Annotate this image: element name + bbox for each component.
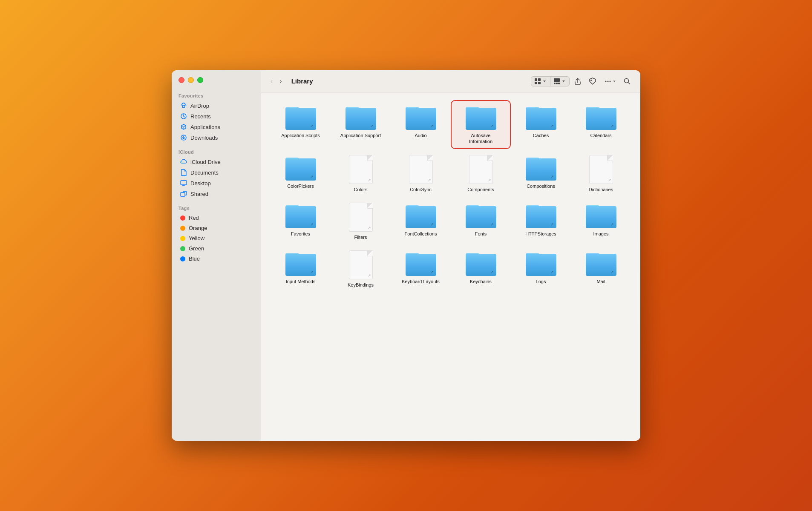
- file-item-fonts[interactable]: ↗ Fonts: [452, 199, 510, 244]
- file-label-colors: Colors: [354, 187, 368, 192]
- file-label-fonts: Fonts: [475, 231, 487, 237]
- file-item-dictionaries[interactable]: ↗ Dictionaries: [572, 152, 630, 196]
- sidebar-item-blue[interactable]: Blue: [173, 254, 259, 264]
- file-label-autosave-information: Autosave Information: [460, 132, 502, 145]
- sidebar-item-red[interactable]: Red: [173, 213, 259, 223]
- tag-button[interactable]: [586, 75, 599, 87]
- sidebar-item-documents[interactable]: Documents: [173, 167, 259, 178]
- sidebar-item-icloud-drive-label: iCloud Drive: [190, 159, 221, 165]
- sidebar-item-downloads[interactable]: Downloads: [173, 132, 259, 143]
- file-label-logs: Logs: [536, 278, 546, 284]
- finder-window: Favourites AirDrop Recents: [172, 70, 640, 441]
- close-button[interactable]: [179, 77, 184, 83]
- file-item-application-support[interactable]: ↗ Application Support: [331, 101, 390, 148]
- folder-icon: ↗: [526, 250, 556, 276]
- back-button[interactable]: ‹: [268, 76, 275, 87]
- file-label-keybindings: KeyBindings: [348, 282, 374, 288]
- document-icon: ↗: [349, 203, 373, 232]
- orange-tag-dot: [180, 226, 185, 231]
- sidebar-item-airdrop[interactable]: AirDrop: [173, 100, 259, 111]
- file-item-filters[interactable]: ↗ Filters: [331, 199, 390, 244]
- file-item-autosave-information[interactable]: ↗ Autosave Information: [452, 101, 510, 148]
- icloud-drive-icon: [180, 158, 187, 165]
- file-item-mail[interactable]: ↗ Mail: [572, 247, 630, 291]
- search-button[interactable]: [621, 76, 633, 87]
- file-label-filters: Filters: [354, 234, 367, 240]
- sidebar-item-icloud-drive[interactable]: iCloud Drive: [173, 157, 259, 167]
- file-label-application-scripts: Application Scripts: [281, 132, 320, 138]
- folder-icon: ↗: [346, 104, 376, 130]
- file-item-audio[interactable]: ↗ Audio: [392, 101, 450, 148]
- blue-tag-dot: [180, 256, 185, 261]
- file-label-images: Images: [593, 231, 608, 237]
- toolbar: ‹ › Library: [261, 70, 640, 92]
- svg-rect-14: [556, 83, 558, 84]
- sidebar-item-downloads-label: Downloads: [190, 135, 218, 141]
- file-item-keybindings[interactable]: ↗ KeyBindings: [331, 247, 390, 291]
- sidebar-item-yellow[interactable]: Yellow: [173, 233, 259, 243]
- file-item-application-scripts[interactable]: ↗ Application Scripts: [271, 101, 330, 148]
- file-item-logs[interactable]: ↗ Logs: [512, 247, 570, 291]
- file-item-colors[interactable]: ↗ Colors: [331, 152, 390, 196]
- forward-button[interactable]: ›: [277, 76, 284, 87]
- icon-view-button[interactable]: [531, 77, 550, 86]
- minimize-button[interactable]: [188, 77, 194, 83]
- folder-icon: ↗: [406, 250, 436, 276]
- sidebar-item-orange[interactable]: Orange: [173, 223, 259, 233]
- file-label-caches: Caches: [533, 132, 549, 138]
- shared-icon: [180, 190, 187, 197]
- file-item-images[interactable]: ↗ Images: [572, 199, 630, 244]
- document-icon: ↗: [349, 155, 373, 184]
- file-item-colorpickers[interactable]: ↗ ColorPickers: [271, 152, 330, 196]
- favourites-label: Favourites: [172, 90, 261, 100]
- file-item-favorites[interactable]: ↗ Favorites: [271, 199, 330, 244]
- sidebar-item-recents[interactable]: Recents: [173, 111, 259, 121]
- svg-rect-13: [554, 83, 556, 84]
- file-item-fontcollections[interactable]: ↗ FontCollections: [392, 199, 450, 244]
- sidebar-item-desktop[interactable]: Desktop: [173, 178, 259, 188]
- sidebar-item-applications[interactable]: Applications: [173, 122, 259, 132]
- file-item-httpstorages[interactable]: ↗ HTTPStorages: [512, 199, 570, 244]
- document-icon: ↗: [409, 155, 433, 184]
- svg-point-19: [610, 80, 611, 82]
- maximize-button[interactable]: [197, 77, 203, 83]
- sidebar-item-shared[interactable]: Shared: [173, 189, 259, 199]
- file-item-components[interactable]: ↗ Components: [452, 152, 510, 196]
- file-label-calendars: Calendars: [590, 132, 611, 138]
- file-item-calendars[interactable]: ↗ Calendars: [572, 101, 630, 148]
- nav-buttons: ‹ ›: [268, 76, 285, 87]
- airdrop-icon: [180, 102, 187, 109]
- sidebar-item-shared-label: Shared: [190, 191, 208, 197]
- folder-icon: ↗: [526, 203, 556, 228]
- folder-icon: ↗: [285, 203, 316, 228]
- gallery-view-button[interactable]: [550, 77, 569, 86]
- file-label-mail: Mail: [596, 278, 605, 284]
- downloads-icon: [180, 134, 187, 141]
- more-button[interactable]: [601, 75, 619, 87]
- share-button[interactable]: [571, 75, 584, 87]
- sidebar-item-documents-label: Documents: [190, 169, 219, 176]
- sidebar-item-applications-label: Applications: [190, 124, 220, 130]
- svg-rect-11: [538, 82, 541, 84]
- sidebar-item-green[interactable]: Green: [173, 244, 259, 253]
- file-item-keychains[interactable]: ↗ Keychains: [452, 247, 510, 291]
- file-label-keychains: Keychains: [470, 278, 492, 284]
- folder-icon: ↗: [466, 203, 496, 228]
- folder-icon: ↗: [586, 203, 616, 228]
- document-icon: ↗: [469, 155, 493, 184]
- svg-point-17: [605, 80, 607, 82]
- file-label-dictionaries: Dictionaries: [589, 187, 613, 192]
- file-label-keyboard-layouts: Keyboard Layouts: [402, 278, 440, 284]
- folder-icon: ↗: [526, 155, 556, 181]
- desktop-icon: [180, 180, 187, 187]
- file-label-components: Components: [467, 187, 494, 192]
- file-item-colorsync[interactable]: ↗ ColorSync: [392, 152, 450, 196]
- sidebar-tag-green-label: Green: [189, 245, 204, 252]
- file-item-keyboard-layouts[interactable]: ↗ Keyboard Layouts: [392, 247, 450, 291]
- file-item-caches[interactable]: ↗ Caches: [512, 101, 570, 148]
- file-item-compositions[interactable]: ↗ Compositions: [512, 152, 570, 196]
- recents-icon: [180, 113, 187, 120]
- file-grid-container[interactable]: ↗ Application Scripts ↗ Application Supp…: [261, 92, 640, 441]
- sidebar-tag-red-label: Red: [189, 215, 199, 221]
- file-item-input-methods[interactable]: ↗ Input Methods: [271, 247, 330, 291]
